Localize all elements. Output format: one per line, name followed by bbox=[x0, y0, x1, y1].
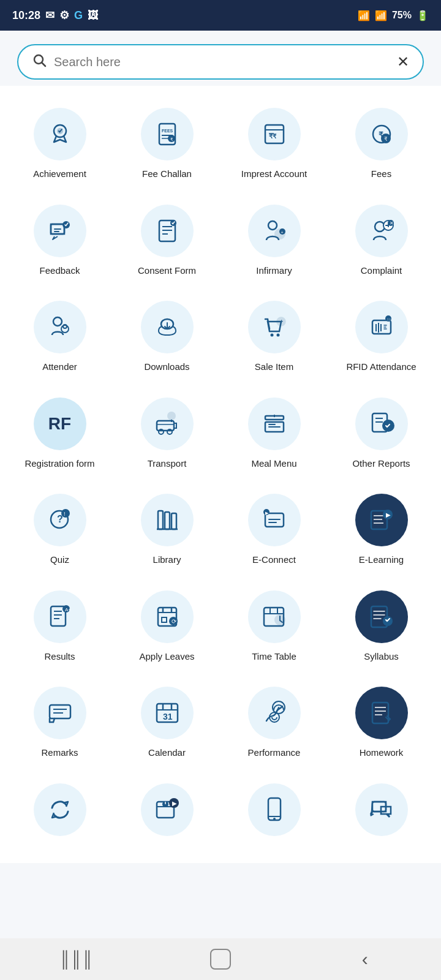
svg-rect-63 bbox=[158, 511, 163, 529]
svg-rect-65 bbox=[172, 513, 176, 529]
nav-home-btn[interactable] bbox=[210, 949, 231, 970]
syllabus-icon bbox=[355, 590, 408, 643]
signal-icon: 📶 bbox=[375, 10, 387, 21]
grid-item-rfid-attendance[interactable]: ↑↑RFID Attendance bbox=[328, 290, 435, 386]
calendar-icon: 31 bbox=[141, 687, 194, 739]
grid-item-label-fee-challan: Fee Challan bbox=[142, 168, 192, 180]
grid-item-mobile[interactable] bbox=[221, 772, 328, 857]
svg-rect-95 bbox=[50, 705, 70, 718]
grid-item-calendar[interactable]: 31Calendar bbox=[113, 676, 221, 772]
search-input[interactable] bbox=[54, 55, 390, 69]
grid-item-label-complaint: Complaint bbox=[361, 265, 402, 277]
grid-item-consent-form[interactable]: Consent Form bbox=[113, 194, 221, 290]
rfid-attendance-icon: ↑↑ bbox=[355, 301, 408, 353]
rf-icon: RF bbox=[48, 414, 71, 434]
grid-item-remarks[interactable]: Remarks bbox=[6, 676, 113, 772]
grid-item-infirmary[interactable]: +Infirmary bbox=[221, 194, 328, 290]
grid-item-library[interactable]: Library bbox=[113, 483, 221, 579]
nav-back-btn[interactable]: ║║║ bbox=[58, 941, 94, 978]
grid-item-complaint[interactable]: ✕Complaint bbox=[328, 194, 435, 290]
svg-text:₹: ₹ bbox=[384, 136, 388, 142]
grid-item-label-other-reports: Other Reports bbox=[352, 458, 410, 470]
svg-point-33 bbox=[53, 317, 62, 326]
search-icon bbox=[32, 53, 47, 71]
grid-item-fees[interactable]: ₹₹Fees bbox=[328, 97, 435, 194]
grid-item-label-performance: Performance bbox=[248, 747, 301, 759]
svg-point-38 bbox=[276, 334, 279, 337]
clear-icon[interactable]: ✕ bbox=[397, 53, 409, 70]
grid-item-imprest-account[interactable]: ₹₹Imprest Account bbox=[221, 97, 328, 194]
grid-item-quiz[interactable]: ?!Quiz bbox=[6, 483, 113, 579]
grid-item-meal-menu[interactable]: Meal Menu bbox=[221, 386, 328, 483]
remarks-icon bbox=[34, 687, 86, 739]
grid-item-performance[interactable]: Performance bbox=[221, 676, 328, 772]
grid-item-label-fees: Fees bbox=[371, 168, 391, 180]
imprest-account-icon: ₹₹ bbox=[248, 108, 301, 160]
library-icon bbox=[141, 494, 194, 546]
schedule-icon: ▶ bbox=[141, 783, 194, 836]
grid-item-label-attender: Attender bbox=[42, 361, 77, 373]
svg-rect-64 bbox=[165, 512, 170, 529]
grid-item-chat[interactable] bbox=[328, 772, 435, 857]
grid-item-other-reports[interactable]: Other Reports bbox=[328, 386, 435, 483]
mobile-icon bbox=[248, 783, 301, 836]
svg-text:↑↑: ↑↑ bbox=[386, 317, 391, 322]
status-right: 📶 📶 75% 🔋 bbox=[358, 10, 429, 21]
grid-item-downloads[interactable]: Downloads bbox=[113, 290, 221, 386]
grid-item-label-time-table: Time Table bbox=[252, 650, 296, 663]
grid-item-label-infirmary: Infirmary bbox=[256, 265, 292, 277]
grid-item-label-feedback: Feedback bbox=[40, 265, 80, 277]
grid-item-label-achievement: Achievement bbox=[33, 168, 86, 180]
search-container: ✕ bbox=[0, 31, 441, 86]
svg-text:A+: A+ bbox=[65, 606, 71, 612]
svg-line-1 bbox=[42, 63, 46, 67]
grid-item-label-meal-menu: Meal Menu bbox=[251, 458, 296, 470]
chat-icon bbox=[355, 783, 408, 836]
grid-item-label-apply-leaves: Apply Leaves bbox=[139, 650, 194, 663]
grid-item-feedback[interactable]: Feedback bbox=[6, 194, 113, 290]
svg-text:▶: ▶ bbox=[172, 799, 176, 806]
consent-form-icon bbox=[141, 205, 194, 257]
svg-text:!: ! bbox=[64, 511, 66, 517]
grid-item-label-rfid-attendance: RFID Attendance bbox=[346, 361, 416, 373]
grid-item-homework[interactable]: Homework bbox=[328, 676, 435, 772]
grid-item-e-connect[interactable]: ▶E-Connect bbox=[221, 483, 328, 579]
g-icon: G bbox=[74, 9, 83, 22]
downloads-icon bbox=[141, 301, 194, 353]
grid-item-transport[interactable]: Transport bbox=[113, 386, 221, 483]
attender-icon bbox=[34, 301, 86, 353]
infirmary-icon: + bbox=[248, 205, 301, 257]
grid-item-fee-challan[interactable]: FEES₹Fee Challan bbox=[113, 97, 221, 194]
grid-item-apply-leaves[interactable]: ⟳Apply Leaves bbox=[113, 579, 221, 676]
grid-item-registration-form[interactable]: RFRegistration form bbox=[6, 386, 113, 483]
grid-item-label-e-connect: E-Connect bbox=[252, 554, 296, 566]
svg-text:FEES: FEES bbox=[162, 129, 173, 133]
meal-menu-icon bbox=[248, 398, 301, 450]
grid-item-label-imprest-account: Imprest Account bbox=[241, 168, 307, 180]
grid-item-achievement[interactable]: Achievement bbox=[6, 97, 113, 194]
svg-point-37 bbox=[270, 334, 273, 337]
grid-item-attender[interactable]: Attender bbox=[6, 290, 113, 386]
nav-forward-btn[interactable]: ‹ bbox=[347, 941, 383, 978]
svg-point-61 bbox=[61, 509, 70, 518]
svg-text:⟳: ⟳ bbox=[172, 617, 177, 624]
app-grid: AchievementFEES₹Fee Challan₹₹Imprest Acc… bbox=[0, 86, 441, 863]
grid-item-label-sale-item: Sale Item bbox=[255, 361, 293, 373]
grid-item-schedule[interactable]: ▶ bbox=[113, 772, 221, 857]
grid-item-e-learning[interactable]: ▶E-Learning bbox=[328, 483, 435, 579]
achievement-icon bbox=[34, 108, 86, 160]
grid-item-label-quiz: Quiz bbox=[50, 554, 69, 566]
wifi-icon: 📶 bbox=[358, 10, 370, 21]
feedback-icon bbox=[34, 205, 86, 257]
grid-item-label-downloads: Downloads bbox=[144, 361, 189, 373]
grid-item-label-syllabus: Syllabus bbox=[364, 650, 399, 663]
grid-item-sale-item[interactable]: +Sale Item bbox=[221, 290, 328, 386]
bottom-nav: ║║║ ‹ bbox=[0, 938, 441, 980]
grid-item-results[interactable]: A+Results bbox=[6, 579, 113, 676]
grid-item-label-e-learning: E-Learning bbox=[359, 554, 404, 566]
grid-item-time-table[interactable]: Time Table bbox=[221, 579, 328, 676]
grid-item-sync[interactable] bbox=[6, 772, 113, 857]
apply-leaves-icon: ⟳ bbox=[141, 590, 194, 643]
grid-item-syllabus[interactable]: Syllabus bbox=[328, 579, 435, 676]
performance-icon bbox=[248, 687, 301, 739]
